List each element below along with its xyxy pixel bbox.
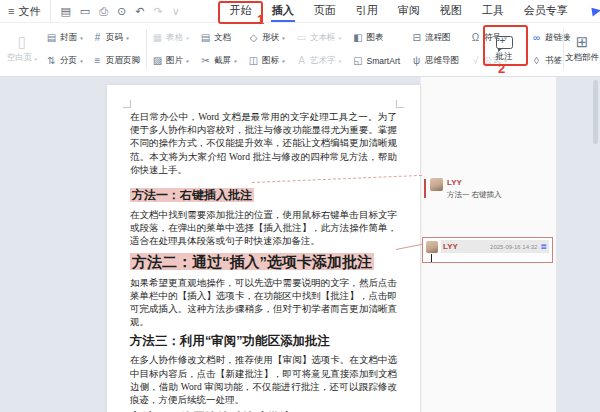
redo-icon[interactable]: ↷ — [153, 0, 162, 22]
shapes-label: 形状 — [262, 32, 279, 44]
screenshot-label: 截屏 — [214, 55, 231, 67]
tab-member[interactable]: 会员专享 — [514, 0, 578, 22]
picture-button[interactable]: ▨图片▾ — [152, 51, 189, 70]
file-menu-label: 文件 — [18, 4, 40, 19]
more-commands-icon[interactable]: ∨ — [172, 0, 180, 22]
section3-paragraph[interactable]: 在多人协作修改文档时，推荐使用【审阅】选项卡。在文档中选中目标内容后，点击【新建… — [130, 354, 397, 407]
header-footer-button[interactable]: ≡ 页眉页脚 — [92, 51, 140, 70]
wps-writer-window: ≡ 文件 ▤ ▭ ⎙ ⊙ ↶ ↷ ∨ 开始 插入 页面 引用 审阅 视图 工具 … — [0, 0, 600, 412]
vertical-scrollbar[interactable] — [593, 80, 598, 144]
bookmark-icon: ◊ — [531, 56, 542, 66]
icon-library-button[interactable]: ◫图标▾ — [248, 51, 285, 70]
chevron-down-icon: ▾ — [80, 58, 83, 64]
wordart-label: 艺术字 — [310, 55, 336, 67]
tab-review[interactable]: 审阅 — [388, 0, 430, 22]
text-box-button[interactable]: ▭文本框▾ — [296, 28, 342, 47]
chevron-down-icon: ▾ — [126, 35, 129, 41]
comment-author: LYY — [443, 242, 458, 251]
page-break-icon: ⇅ — [46, 56, 57, 66]
comment-card-2[interactable]: LYY 2025-09-16 14:32 ≣ — [422, 237, 553, 263]
page-break-button[interactable]: ⇅ 分页 ▾ — [46, 51, 83, 70]
picture-icon: ▨ — [152, 56, 163, 66]
insert-objects-group: ▦表格▾ ▨图片▾ ▤文档 ✂截屏▾ ◇形状▾ ◫图标▾ ▭文本框▾ A艺术字▾… — [152, 28, 507, 70]
chevron-down-icon: ▾ — [186, 58, 189, 64]
cover-label: 封面 — [60, 32, 77, 44]
comment-button[interactable]: 批注 — [486, 26, 522, 72]
tab-insert[interactable]: 插入 — [262, 0, 304, 22]
avatar — [426, 241, 438, 253]
chevron-down-icon: ▾ — [34, 55, 37, 61]
new-doc-icon[interactable]: ▭ — [80, 0, 90, 22]
comment-timestamp: 2025-09-16 14:32 — [490, 243, 537, 249]
page-number-label: 页码 — [106, 32, 123, 44]
page-break-label: 分页 — [60, 55, 77, 67]
doc-parts-button[interactable]: ⊞ 文档部件 — [565, 26, 599, 72]
mindmap-button[interactable]: ψ思维导图 — [411, 51, 459, 70]
table-icon: ▦ — [152, 33, 163, 43]
mindmap-icon: ψ — [411, 56, 422, 66]
undo-icon[interactable]: ↶ — [135, 0, 144, 22]
comment-indicator-bar — [424, 179, 426, 198]
screenshot-button[interactable]: ✂截屏▾ — [200, 51, 237, 70]
page-content: 在日常办公中，Word 文档是最常用的文字处理工具之一。为了便于多人协作和内容校… — [107, 85, 420, 412]
smartart-label: SmartArt — [367, 56, 401, 66]
chevron-down-icon: ▾ — [339, 35, 342, 41]
menu-bar: ≡ 文件 ▤ ▭ ⎙ ⊙ ↶ ↷ ∨ 开始 插入 页面 引用 审阅 视图 工具 … — [0, 0, 600, 23]
flowchart-button[interactable]: ⊟流程图 — [411, 28, 459, 47]
symbol-icon: Ω — [470, 33, 481, 43]
icon-library-label: 图标 — [262, 55, 279, 67]
formula-icon: √ — [470, 56, 481, 66]
section3-heading[interactable]: 方法三：利用“审阅”功能区添加批注 — [130, 333, 397, 349]
comment2-header: LYY 2025-09-16 14:32 ≣ — [426, 240, 549, 253]
blank-page-icon: ▯ — [18, 34, 26, 50]
icon-library-icon: ◫ — [248, 56, 259, 66]
print-preview-icon[interactable]: ⊙ — [117, 0, 126, 22]
chart-button[interactable]: ◧图表 — [353, 28, 401, 47]
document-button[interactable]: ▤文档 — [200, 28, 237, 47]
margin-mark — [123, 100, 131, 108]
page-number-button[interactable]: # 页码 ▾ — [92, 28, 140, 47]
shapes-button[interactable]: ◇形状▾ — [248, 28, 285, 47]
comment-card-1[interactable]: LYY 方法一 右键插入 — [424, 178, 502, 199]
section1-paragraph[interactable]: 在文档中找到需要添加批注的位置，使用鼠标右键单击目标文字或段落，在弹出的菜单中选… — [130, 209, 397, 249]
comment-actions-icon[interactable]: ≣ — [540, 243, 547, 251]
highlighted-text: 方法二：通过“插入”选项卡添加批注 — [130, 253, 374, 270]
tab-references[interactable]: 引用 — [346, 0, 388, 22]
tab-view[interactable]: 视图 — [430, 0, 472, 22]
highlighted-text: 方法一：右键插入批注 — [130, 188, 254, 202]
section2-heading[interactable]: 方法二：通过“插入”选项卡添加批注 — [130, 252, 397, 271]
section1-heading[interactable]: 方法一：右键插入批注 — [130, 188, 397, 203]
comment2-meta-strip: LYY 2025-09-16 14:32 ≣ — [441, 240, 549, 253]
table-button[interactable]: ▦表格▾ — [152, 28, 189, 47]
blank-page-button[interactable]: ▯ 空白页▾ — [3, 26, 41, 72]
table-label: 表格 — [166, 32, 183, 44]
wordart-button[interactable]: A艺术字▾ — [296, 51, 342, 70]
document-workspace: 在日常办公中，Word 文档是最常用的文字处理工具之一。为了便于多人协作和内容校… — [0, 77, 600, 412]
hyperlink-icon: ∞ — [531, 33, 542, 43]
tab-page[interactable]: 页面 — [304, 0, 346, 22]
chart-icon: ◧ — [353, 33, 364, 43]
tab-tools[interactable]: 工具 — [472, 0, 514, 22]
comment-author: LYY — [447, 178, 502, 187]
chevron-down-icon: ▾ — [339, 58, 342, 64]
margin-mark — [396, 100, 404, 108]
cover-pagebreak-group: ▤ 封面 ▾ ⇅ 分页 ▾ — [46, 28, 83, 70]
smartart-button[interactable]: ◱SmartArt — [353, 51, 401, 70]
document-page[interactable]: 在日常办公中，Word 文档是最常用的文字处理工具之一。为了便于多人协作和内容校… — [107, 85, 420, 412]
file-menu-button[interactable]: ≡ 文件 — [0, 4, 48, 19]
avatar — [430, 178, 443, 191]
ribbon-divider — [563, 29, 564, 70]
cover-button[interactable]: ▤ 封面 ▾ — [46, 28, 83, 47]
print-icon[interactable]: ⎙ — [99, 0, 108, 22]
tab-home[interactable]: 开始 — [220, 0, 262, 22]
doc-parts-label: 文档部件 — [565, 52, 599, 64]
section2-paragraph[interactable]: 如果希望更直观地操作，可以先选中需要说明的文字，然后点击菜单栏中的【插入】选项卡… — [130, 277, 397, 330]
comment-label: 批注 — [496, 51, 513, 63]
intro-paragraph[interactable]: 在日常办公中，Word 文档是最常用的文字处理工具之一。为了便于多人协作和内容校… — [130, 111, 397, 177]
wps-ai-button[interactable]: WPS AI — [592, 0, 600, 23]
chevron-down-icon: ▾ — [80, 35, 83, 41]
wordart-icon: A — [296, 56, 307, 66]
text-cursor — [431, 254, 432, 262]
header-footer-label: 页眉页脚 — [106, 55, 140, 67]
save-icon[interactable]: ▤ — [60, 0, 70, 22]
